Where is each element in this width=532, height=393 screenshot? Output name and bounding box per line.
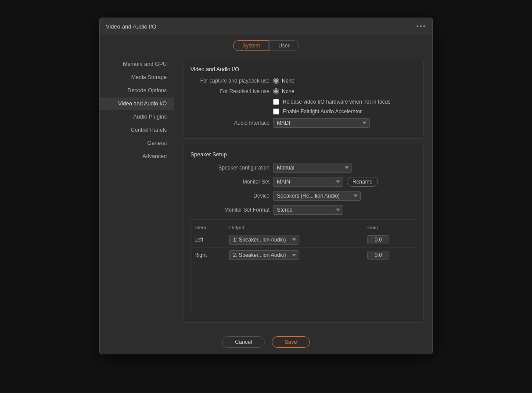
speaker-table: Stem Output Gain Left <box>191 223 416 263</box>
monitor-format-label: Monitor Set Format <box>191 207 270 213</box>
device-label: Device <box>191 193 270 199</box>
output-right: 2: Speaker...ion Audio) <box>226 248 364 263</box>
gain-right-input[interactable]: 0.0 <box>367 251 389 260</box>
device-dropdown[interactable]: Speakers (Re...ition Audio) <box>273 191 361 201</box>
capture-playback-label: For capture and playback use <box>191 78 270 84</box>
release-hw-label: Release video I/O hardware when not in f… <box>283 99 390 105</box>
fairlight-label: Enable Fairlight Audio Accelerator <box>283 108 362 115</box>
output-left-dropdown[interactable]: 1: Speaker...ion Audio) <box>229 235 299 245</box>
monitor-set-row: Monitor Set MAIN Rename <box>191 177 416 187</box>
monitor-set-dropdown[interactable]: MAIN <box>273 177 343 187</box>
sidebar: Memory and GPU Media Storage Decode Opti… <box>100 53 174 330</box>
fairlight-checkbox[interactable] <box>273 108 279 115</box>
video-audio-io-title: Video and Audio I/O <box>191 66 416 72</box>
sidebar-item-memory-gpu[interactable]: Memory and GPU <box>100 58 174 70</box>
col-output-header: Output <box>226 223 364 232</box>
gain-left-cell: 0.0 <box>364 232 416 248</box>
col-stem-header: Stem <box>191 223 226 232</box>
video-audio-io-panel: Video and Audio I/O For capture and play… <box>183 60 424 139</box>
dialog-titlebar: Video and Audio I/O ••• <box>100 18 432 35</box>
resolve-live-value: None <box>282 88 295 94</box>
resolve-live-row: For Resolve Live use None <box>191 88 416 94</box>
capture-playback-radio-input[interactable] <box>273 78 279 84</box>
modal-overlay: Video and Audio I/O ••• System User Memo… <box>0 0 532 393</box>
dialog-footer: Cancel Save <box>100 330 432 354</box>
dialog-menu-button[interactable]: ••• <box>416 22 426 30</box>
tab-bar-container: System User <box>100 35 432 53</box>
speaker-setup-title: Speaker Setup <box>191 151 416 158</box>
audio-interface-dropdown[interactable]: MADI <box>273 118 370 128</box>
cancel-button[interactable]: Cancel <box>222 336 265 348</box>
audio-interface-row: Audio Interface MADI <box>191 118 416 128</box>
table-row: Right 2: Speaker...ion Audio) 0.0 <box>191 248 416 263</box>
capture-playback-radio[interactable]: None <box>273 78 295 84</box>
monitor-format-dropdown[interactable]: Stereo <box>273 205 343 215</box>
output-left: 1: Speaker...ion Audio) <box>226 232 364 248</box>
speaker-config-dropdown[interactable]: Manual <box>273 163 352 173</box>
speaker-config-row: Speaker configuration Manual <box>191 163 416 173</box>
gain-left-input[interactable]: 0.0 <box>367 235 389 244</box>
sidebar-item-general[interactable]: General <box>100 137 174 149</box>
rename-button[interactable]: Rename <box>347 177 378 187</box>
sidebar-item-video-audio-io[interactable]: Video and Audio I/O <box>100 97 174 110</box>
speaker-table-container: Stem Output Gain Left <box>191 219 416 316</box>
content-area: Video and Audio I/O For capture and play… <box>174 53 432 330</box>
tab-system[interactable]: System <box>233 40 269 51</box>
tab-user[interactable]: User <box>269 40 298 51</box>
release-hw-checkbox[interactable] <box>273 99 279 105</box>
sidebar-item-audio-plugins[interactable]: Audio Plugins <box>100 111 174 123</box>
sidebar-item-control-panels[interactable]: Control Panels <box>100 124 174 136</box>
monitor-format-row: Monitor Set Format Stereo <box>191 205 416 215</box>
resolve-live-radio[interactable]: None <box>273 88 295 94</box>
release-hw-row: Release video I/O hardware when not in f… <box>273 99 416 105</box>
col-gain-header: Gain <box>364 223 416 232</box>
tab-bar: System User <box>233 40 298 51</box>
device-row: Device Speakers (Re...ition Audio) <box>191 191 416 201</box>
dialog-title: Video and Audio I/O <box>106 23 156 30</box>
fairlight-row: Enable Fairlight Audio Accelerator <box>273 108 416 115</box>
dialog-body: Memory and GPU Media Storage Decode Opti… <box>100 53 432 330</box>
table-empty-space <box>191 263 416 316</box>
monitor-set-label: Monitor Set <box>191 179 270 185</box>
save-button[interactable]: Save <box>272 336 310 348</box>
sidebar-item-decode-options[interactable]: Decode Options <box>100 84 174 97</box>
table-row: Left 1: Speaker...ion Audio) 0.0 <box>191 232 416 248</box>
capture-playback-row: For capture and playback use None <box>191 78 416 84</box>
dialog: Video and Audio I/O ••• System User Memo… <box>99 18 433 354</box>
speaker-setup-panel: Speaker Setup Speaker configuration Manu… <box>183 145 424 323</box>
stem-right: Right <box>191 248 226 263</box>
stem-left: Left <box>191 232 226 248</box>
resolve-live-label: For Resolve Live use <box>191 88 270 94</box>
resolve-live-radio-input[interactable] <box>273 88 279 94</box>
output-right-dropdown[interactable]: 2: Speaker...ion Audio) <box>229 250 299 260</box>
sidebar-item-media-storage[interactable]: Media Storage <box>100 71 174 83</box>
speaker-config-label: Speaker configuration <box>191 165 270 171</box>
audio-interface-label: Audio Interface <box>191 120 270 126</box>
gain-right-cell: 0.0 <box>364 248 416 263</box>
sidebar-item-advanced[interactable]: Advanced <box>100 150 174 162</box>
capture-playback-value: None <box>282 78 295 84</box>
